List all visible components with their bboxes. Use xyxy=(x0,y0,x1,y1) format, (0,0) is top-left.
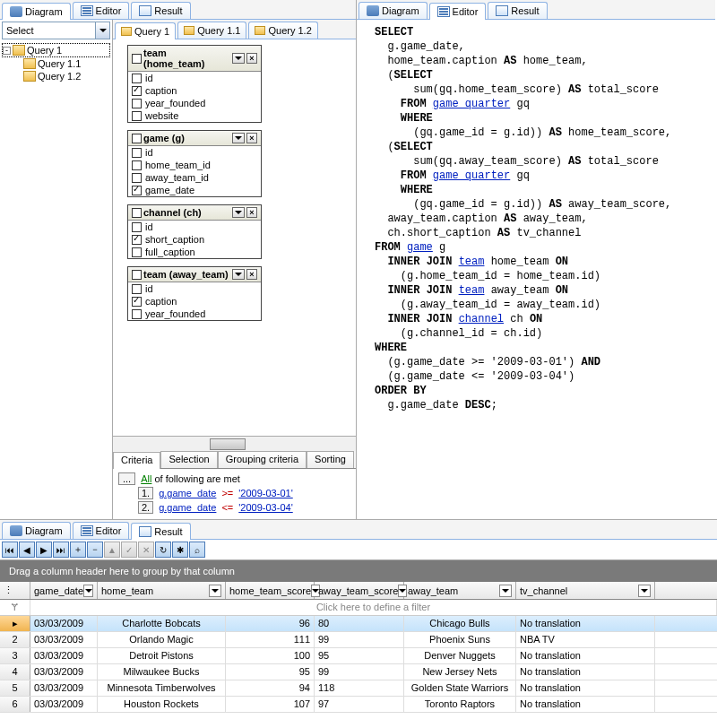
entity-header[interactable]: game (g)× xyxy=(128,131,261,146)
close-icon[interactable]: × xyxy=(246,53,257,64)
entity-field[interactable]: home_team_id xyxy=(128,159,261,171)
nav-button[interactable]: ✓ xyxy=(121,542,137,558)
nav-button[interactable]: ✱ xyxy=(172,542,188,558)
col-header[interactable]: home_team_score xyxy=(226,582,315,599)
entity-box[interactable]: team (home_team)×idcaptionyear_foundedwe… xyxy=(127,45,262,123)
col-header[interactable]: home_team xyxy=(98,582,226,599)
criteria-tab[interactable]: Sorting xyxy=(307,451,354,468)
table-row[interactable]: 403/03/2009Milwaukee Bucks9599New Jersey… xyxy=(0,664,717,680)
checkbox-icon[interactable] xyxy=(132,160,142,170)
checkbox-icon[interactable] xyxy=(132,173,142,183)
checkbox-icon[interactable] xyxy=(132,186,142,195)
nav-button[interactable]: ◀ xyxy=(19,542,35,558)
nav-button[interactable]: ＋ xyxy=(70,542,86,558)
criteria-value-link[interactable]: '2009-03-01' xyxy=(238,488,292,498)
query-tab[interactable]: Query 1 xyxy=(115,22,176,39)
nav-button[interactable]: － xyxy=(87,542,103,558)
entity-field[interactable]: year_founded xyxy=(128,308,261,320)
entity-box[interactable]: channel (ch)×idshort_captionfull_caption xyxy=(127,204,262,259)
criteria-row[interactable]: 2.g.game_date<='2009-03-04' xyxy=(138,501,350,514)
criteria-field-link[interactable]: g.game_date xyxy=(159,502,216,513)
checkbox-icon[interactable] xyxy=(132,99,142,108)
entity-field[interactable]: caption xyxy=(128,84,261,97)
entity-field[interactable]: game_date xyxy=(128,184,261,196)
col-header[interactable]: tv_channel xyxy=(516,582,655,599)
tab-diagram[interactable]: Diagram xyxy=(2,3,71,20)
checkbox-icon[interactable] xyxy=(132,54,142,64)
entity-field[interactable]: away_team_id xyxy=(128,171,261,184)
checkbox-icon[interactable] xyxy=(132,148,142,158)
diagram-canvas[interactable]: team (home_team)×idcaptionyear_foundedwe… xyxy=(113,39,356,436)
criteria-operator[interactable]: >= xyxy=(221,488,233,498)
tree-root[interactable]: - Query 1 xyxy=(2,43,110,57)
table-row[interactable]: 603/03/2009Houston Rockets10797Toronto R… xyxy=(0,697,717,713)
checkbox-icon[interactable] xyxy=(132,235,142,245)
tab-editor[interactable]: Editor xyxy=(73,522,130,539)
nav-button[interactable]: ⏮ xyxy=(2,542,18,558)
entity-field[interactable]: id xyxy=(128,146,261,159)
checkbox-icon[interactable] xyxy=(132,111,142,121)
entity-field[interactable]: website xyxy=(128,109,261,122)
nav-button[interactable]: ▲ xyxy=(104,542,120,558)
tree-collapse-icon[interactable]: - xyxy=(3,47,11,55)
sql-editor[interactable]: SELECT g.game_date, home_team.caption AS… xyxy=(357,20,715,519)
tab-editor[interactable]: Editor xyxy=(73,2,130,19)
criteria-tab[interactable]: Grouping criteria xyxy=(218,451,307,468)
nav-button[interactable]: ✕ xyxy=(138,542,154,558)
col-header[interactable]: away_team_score xyxy=(315,582,404,599)
table-row[interactable]: 503/03/2009Minnesota Timberwolves94118Go… xyxy=(0,680,717,697)
nav-button[interactable]: ⏭ xyxy=(53,542,69,558)
combo-dropdown-button[interactable] xyxy=(95,22,109,39)
entity-box[interactable]: game (g)×idhome_team_idaway_team_idgame_… xyxy=(127,130,262,197)
filter-dropdown-icon[interactable] xyxy=(638,585,651,597)
tab-result[interactable]: Result xyxy=(131,523,190,540)
entity-field[interactable]: caption xyxy=(128,295,261,308)
entity-header[interactable]: team (away_team)× xyxy=(128,267,261,282)
filter-dropdown-icon[interactable] xyxy=(209,585,221,597)
entity-dropdown-button[interactable] xyxy=(232,53,245,64)
tab-diagram[interactable]: Diagram xyxy=(358,2,428,19)
checkbox-icon[interactable] xyxy=(132,222,142,232)
entity-header[interactable]: channel (ch)× xyxy=(128,205,261,221)
close-icon[interactable]: × xyxy=(246,207,257,218)
horizontal-scrollbar[interactable] xyxy=(113,436,356,451)
query-tab[interactable]: Query 1.1 xyxy=(177,22,246,39)
tree-child[interactable]: Query 1.1 xyxy=(2,57,110,70)
criteria-value-link[interactable]: '2009-03-04' xyxy=(238,502,292,513)
checkbox-icon[interactable] xyxy=(132,134,142,143)
checkbox-icon[interactable] xyxy=(132,284,142,294)
criteria-row[interactable]: 1.g.game_date>='2009-03-01' xyxy=(138,487,350,499)
entity-field[interactable]: full_caption xyxy=(128,246,261,258)
checkbox-icon[interactable] xyxy=(132,208,142,218)
entity-field[interactable]: id xyxy=(128,221,261,233)
scrollbar-thumb[interactable] xyxy=(210,438,246,450)
checkbox-icon[interactable] xyxy=(132,247,142,257)
criteria-field-link[interactable]: g.game_date xyxy=(159,488,216,498)
col-header[interactable]: game_date xyxy=(30,582,98,599)
entity-field[interactable]: id xyxy=(128,282,261,295)
tree-child[interactable]: Query 1.2 xyxy=(2,70,110,82)
entity-dropdown-button[interactable] xyxy=(232,269,245,280)
query-tab[interactable]: Query 1.2 xyxy=(248,22,317,39)
checkbox-icon[interactable] xyxy=(132,297,142,307)
criteria-tab[interactable]: Selection xyxy=(160,451,217,468)
filter-dropdown-icon[interactable] xyxy=(499,585,512,597)
entity-dropdown-button[interactable] xyxy=(232,133,245,143)
nav-button[interactable]: ▶ xyxy=(36,542,52,558)
entity-header[interactable]: team (home_team)× xyxy=(128,46,261,72)
table-row[interactable]: 303/03/2009Detroit Pistons10095Denver Nu… xyxy=(0,648,717,664)
checkbox-icon[interactable] xyxy=(132,74,142,83)
group-by-bar[interactable]: Drag a column header here to group by th… xyxy=(0,560,717,582)
table-row[interactable]: 203/03/2009Orlando Magic11199Phoenix Sun… xyxy=(0,632,717,648)
criteria-tab[interactable]: Criteria xyxy=(113,452,160,469)
entity-field[interactable]: id xyxy=(128,72,261,84)
tab-diagram[interactable]: Diagram xyxy=(2,522,71,539)
entity-dropdown-button[interactable] xyxy=(232,207,245,218)
entity-box[interactable]: team (away_team)×idcaptionyear_founded xyxy=(127,266,262,321)
filter-dropdown-icon[interactable] xyxy=(83,585,93,597)
table-row[interactable]: ▸03/03/2009Charlotte Bobcats9680Chicago … xyxy=(0,616,717,632)
tab-editor[interactable]: Editor xyxy=(429,3,487,20)
checkbox-icon[interactable] xyxy=(132,86,142,96)
criteria-operator[interactable]: <= xyxy=(221,502,233,513)
criteria-all-link[interactable]: All xyxy=(141,473,151,484)
